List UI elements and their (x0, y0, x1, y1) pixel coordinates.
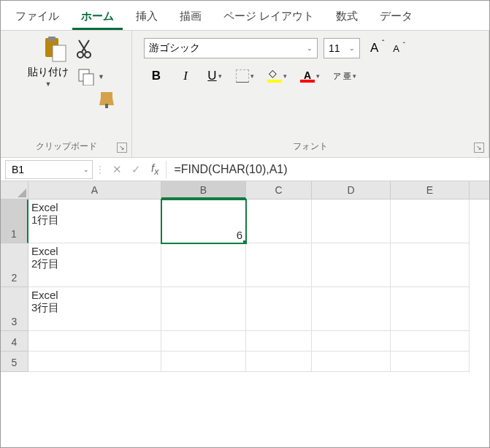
row-header-3[interactable]: 3 (1, 287, 28, 331)
col-header-b[interactable]: B (161, 181, 246, 199)
ruby-button[interactable]: ア 亜▾ (333, 72, 356, 80)
svg-point-4 (85, 52, 91, 58)
name-box-value: B1 (12, 164, 24, 175)
row-3: 3 Excel 3行目 (1, 287, 489, 331)
chevron-down-icon: ▾ (250, 72, 254, 80)
cell-e3[interactable] (391, 287, 470, 331)
font-size-select[interactable]: 11 ⌄ (324, 38, 360, 58)
cell-e2[interactable] (391, 243, 470, 287)
font-color-icon: A (300, 69, 315, 83)
group-font: 游ゴシック ⌄ 11 ⌄ Aˆ Aˇ B I U▾ ▾ (132, 31, 489, 157)
ruby-icon: ア 亜 (333, 72, 351, 80)
chevron-down-icon: ▾ (218, 72, 222, 80)
row-header-2[interactable]: 2 (1, 243, 28, 287)
copy-button[interactable]: ▼ (77, 68, 104, 86)
font-size-value: 11 (329, 42, 340, 54)
cell-c4[interactable] (246, 331, 312, 352)
border-icon (236, 69, 249, 83)
cell-e5[interactable] (391, 352, 470, 372)
name-box[interactable]: B1 ⌄ (5, 160, 93, 179)
underline-button[interactable]: U▾ (207, 69, 223, 83)
cell-d4[interactable] (312, 331, 391, 352)
cell-e1[interactable] (391, 200, 470, 243)
cell-b3[interactable] (161, 287, 246, 331)
tab-file[interactable]: ファイル (7, 4, 68, 30)
clipboard-icon (41, 35, 67, 63)
dialog-launcher-icon[interactable]: ↘ (117, 143, 127, 153)
font-color-button[interactable]: A▾ (300, 69, 320, 83)
copy-icon (77, 68, 95, 86)
svg-rect-6 (83, 74, 93, 86)
col-header-a[interactable]: A (28, 181, 161, 199)
italic-button[interactable]: I (177, 69, 194, 83)
svg-point-3 (77, 52, 83, 58)
tab-insert[interactable]: 挿入 (127, 4, 166, 30)
cell-a3[interactable]: Excel 3行目 (28, 287, 161, 331)
spreadsheet-grid: A B C D E 1 Excel 1行目 6 2 Excel 2行目 3 Ex… (1, 181, 489, 372)
cell-a5[interactable] (28, 352, 161, 372)
svg-rect-7 (101, 92, 112, 98)
chevron-down-icon: ⌄ (83, 166, 89, 173)
cancel-formula-button[interactable]: ✕ (107, 163, 126, 176)
cell-a4[interactable] (28, 331, 161, 352)
fill-color-button[interactable]: ▾ (267, 69, 287, 83)
scissors-icon (76, 39, 92, 59)
chevron-down-icon: ⌄ (307, 45, 313, 52)
row-header-1[interactable]: 1 (1, 200, 28, 243)
fx-button[interactable]: fx (151, 162, 158, 177)
tab-formulas[interactable]: 数式 (327, 4, 367, 30)
chevron-down-icon: ▾ (353, 72, 356, 80)
cell-c5[interactable] (246, 352, 312, 372)
cell-a1[interactable]: Excel 1行目 (28, 200, 161, 243)
formula-bar: B1 ⌄ ⋮ ✕ ✓ fx =FIND(CHAR(10),A1) (1, 158, 489, 181)
tab-home[interactable]: ホーム (72, 4, 123, 30)
chevron-down-icon: ▾ (316, 72, 320, 80)
border-button[interactable]: ▾ (236, 69, 254, 83)
cell-d2[interactable] (312, 243, 391, 287)
cell-e4[interactable] (391, 331, 470, 352)
tab-draw[interactable]: 描画 (171, 4, 210, 30)
formula-input[interactable]: =FIND(CHAR(10),A1) (168, 163, 489, 176)
cell-d5[interactable] (312, 352, 391, 372)
cell-a2[interactable]: Excel 2行目 (28, 243, 161, 287)
tab-page-layout[interactable]: ページ レイアウト (215, 4, 323, 30)
brush-icon (98, 91, 117, 108)
cell-b4[interactable] (161, 331, 246, 352)
cell-b2[interactable] (161, 243, 246, 287)
cell-b1[interactable]: 6 (161, 200, 246, 243)
dialog-launcher-icon[interactable]: ↘ (474, 143, 484, 153)
decrease-font-button[interactable]: Aˇ (388, 43, 404, 54)
ribbon-tabs: ファイル ホーム 挿入 描画 ページ レイアウト 数式 データ (1, 1, 489, 31)
format-painter-button[interactable] (98, 91, 117, 108)
paste-label-button[interactable]: 貼り付け ▼ (28, 66, 69, 88)
col-header-c[interactable]: C (246, 181, 312, 199)
bucket-icon (267, 69, 282, 83)
tab-data[interactable]: データ (371, 4, 421, 30)
cell-c3[interactable] (246, 287, 312, 331)
row-header-5[interactable]: 5 (1, 352, 28, 372)
divider: ⋮ (93, 164, 107, 175)
row-2: 2 Excel 2行目 (1, 243, 489, 287)
svg-rect-2 (53, 45, 66, 61)
select-all-corner[interactable] (1, 181, 28, 199)
row-5: 5 (1, 352, 489, 372)
cell-d3[interactable] (312, 287, 391, 331)
font-name-select[interactable]: 游ゴシック ⌄ (144, 38, 318, 58)
paste-label: 貼り付け (28, 66, 69, 79)
paste-button[interactable] (41, 35, 67, 63)
cell-b5[interactable] (161, 352, 246, 372)
cell-d1[interactable] (312, 200, 391, 243)
cell-c1[interactable] (246, 200, 312, 243)
chevron-down-icon: ▾ (283, 72, 287, 80)
cut-button[interactable] (76, 39, 92, 59)
bold-button[interactable]: B (148, 69, 164, 83)
accept-formula-button[interactable]: ✓ (126, 163, 145, 176)
group-label-font: フォント ↘ (139, 137, 481, 156)
cell-c2[interactable] (246, 243, 312, 287)
col-header-e[interactable]: E (391, 181, 470, 199)
increase-font-button[interactable]: Aˆ (366, 41, 383, 56)
col-header-d[interactable]: D (312, 181, 391, 199)
row-header-4[interactable]: 4 (1, 331, 28, 352)
column-headers: A B C D E (1, 181, 489, 200)
ribbon: 貼り付け ▼ ▼ クリップボード ↘ 游ゴシック (1, 31, 489, 158)
